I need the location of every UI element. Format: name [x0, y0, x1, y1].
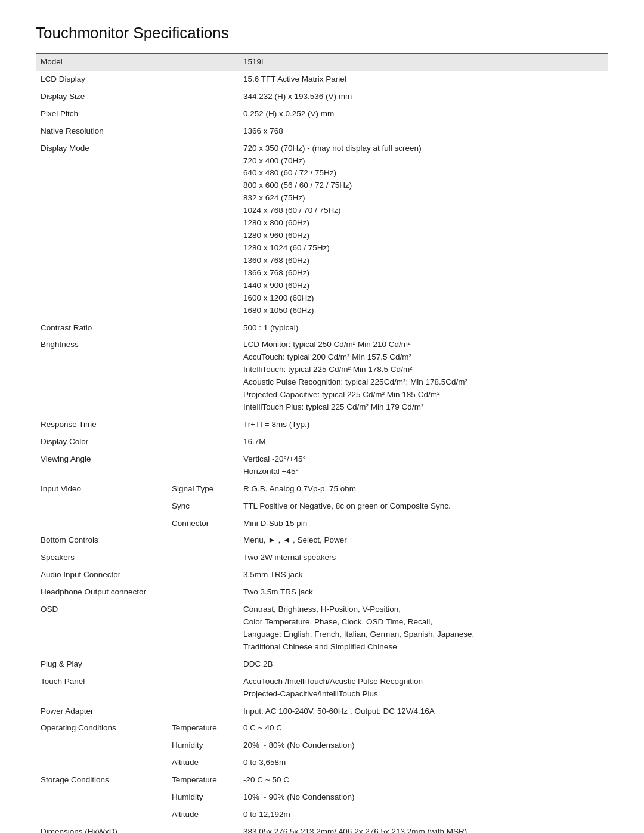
spec-value: 344.232 (H) x 193.536 (V) mm [239, 88, 608, 106]
table-row: Storage ConditionsTemperature-20 C ~ 50 … [36, 772, 608, 789]
spec-sublabel [167, 54, 239, 71]
spec-label: Power Adapter [36, 703, 167, 720]
spec-sublabel [167, 123, 239, 140]
spec-sublabel [167, 656, 239, 673]
spec-sublabel: Connector [167, 515, 239, 532]
spec-sublabel: Humidity [167, 737, 239, 754]
spec-value: Input: AC 100-240V, 50-60Hz , Output: DC… [239, 703, 608, 720]
spec-sublabel [167, 433, 239, 451]
table-row: Humidity20% ~ 80% (No Condensation) [36, 737, 608, 754]
spec-value: 720 x 350 (70Hz) - (may not display at f… [239, 140, 608, 320]
spec-label: Model [36, 54, 167, 71]
spec-label: Brightness [36, 336, 167, 416]
table-row: Response TimeTr+Tf = 8ms (Typ.) [36, 416, 608, 433]
spec-label: Storage Conditions [36, 772, 167, 789]
spec-label: Input Video [36, 481, 167, 498]
spec-value: 0 to 3,658m [239, 754, 608, 772]
table-row: Power AdapterInput: AC 100-240V, 50-60Hz… [36, 703, 608, 720]
table-row: Plug & PlayDDC 2B [36, 656, 608, 673]
table-row: ConnectorMini D-Sub 15 pin [36, 515, 608, 532]
spec-value: 1519L [239, 54, 608, 71]
spec-value: Two 2W internal speakers [239, 549, 608, 566]
spec-label [36, 515, 167, 532]
spec-label: Touch Panel [36, 673, 167, 703]
spec-value: Menu, ► , ◄ , Select, Power [239, 532, 608, 549]
spec-label: Audio Input Connector [36, 566, 167, 584]
spec-sublabel: Signal Type [167, 481, 239, 498]
table-row: Pixel Pitch0.252 (H) x 0.252 (V) mm [36, 106, 608, 123]
spec-sublabel [167, 823, 239, 833]
spec-label [36, 806, 167, 823]
table-row: Model1519L [36, 54, 608, 71]
page-title: Touchmonitor Specifications [36, 24, 608, 42]
spec-label: LCD Display [36, 71, 167, 88]
spec-sublabel: Sync [167, 498, 239, 515]
spec-sublabel [167, 673, 239, 703]
spec-sublabel [167, 451, 239, 481]
spec-sublabel [167, 320, 239, 337]
spec-value: 383.05x 276.5x 213.2mm/ 406.2x 276.5x 21… [239, 823, 608, 833]
spec-sublabel: Temperature [167, 772, 239, 789]
spec-value: -20 C ~ 50 C [239, 772, 608, 789]
table-row: OSDContrast, Brightness, H-Position, V-P… [36, 601, 608, 656]
spec-label [36, 754, 167, 772]
spec-value: Vertical -20°/+45°Horizontal +45° [239, 451, 608, 481]
spec-sublabel: Altitude [167, 754, 239, 772]
spec-value: 0.252 (H) x 0.252 (V) mm [239, 106, 608, 123]
table-row: Altitude0 to 12,192m [36, 806, 608, 823]
spec-value: TTL Positive or Negative, 8c on green or… [239, 498, 608, 515]
table-row: Native Resolution1366 x 768 [36, 123, 608, 140]
spec-label: Contrast Ratio [36, 320, 167, 337]
spec-sublabel: Altitude [167, 806, 239, 823]
spec-sublabel [167, 106, 239, 123]
spec-label: Display Size [36, 88, 167, 106]
spec-value: 1366 x 768 [239, 123, 608, 140]
table-row: SpeakersTwo 2W internal speakers [36, 549, 608, 566]
spec-label: Native Resolution [36, 123, 167, 140]
spec-sublabel [167, 532, 239, 549]
table-row: Viewing AngleVertical -20°/+45°Horizonta… [36, 451, 608, 481]
spec-label: Display Mode [36, 140, 167, 320]
specs-table: Model1519LLCD Display15.6 TFT Active Mat… [36, 54, 608, 833]
spec-value: 10% ~ 90% (No Condensation) [239, 789, 608, 806]
table-row: Display Color16.7M [36, 433, 608, 451]
spec-value: Tr+Tf = 8ms (Typ.) [239, 416, 608, 433]
table-row: Touch PanelAccuTouch /IntelliTouch/Acust… [36, 673, 608, 703]
spec-sublabel [167, 416, 239, 433]
spec-value: Mini D-Sub 15 pin [239, 515, 608, 532]
spec-sublabel [167, 336, 239, 416]
spec-value: 0 to 12,192m [239, 806, 608, 823]
table-row: SyncTTL Positive or Negative, 8c on gree… [36, 498, 608, 515]
spec-label: Pixel Pitch [36, 106, 167, 123]
spec-sublabel: Temperature [167, 720, 239, 737]
spec-label: Display Color [36, 433, 167, 451]
table-row: Display Size344.232 (H) x 193.536 (V) mm [36, 88, 608, 106]
table-row: Contrast Ratio500 : 1 (typical) [36, 320, 608, 337]
spec-label: Response Time [36, 416, 167, 433]
spec-label: Operating Conditions [36, 720, 167, 737]
spec-label: Headphone Output connector [36, 584, 167, 601]
spec-value: DDC 2B [239, 656, 608, 673]
table-row: Bottom ControlsMenu, ► , ◄ , Select, Pow… [36, 532, 608, 549]
spec-label: Plug & Play [36, 656, 167, 673]
spec-sublabel [167, 71, 239, 88]
spec-label: Dimensions (HxWxD) [36, 823, 167, 833]
table-row: LCD Display15.6 TFT Active Matrix Panel [36, 71, 608, 88]
spec-value: AccuTouch /IntelliTouch/Acustic Pulse Re… [239, 673, 608, 703]
spec-label: Bottom Controls [36, 532, 167, 549]
spec-label [36, 789, 167, 806]
spec-value: 500 : 1 (typical) [239, 320, 608, 337]
spec-value: 20% ~ 80% (No Condensation) [239, 737, 608, 754]
spec-value: 15.6 TFT Active Matrix Panel [239, 71, 608, 88]
spec-value: LCD Monitor: typical 250 Cd/m² Min 210 C… [239, 336, 608, 416]
spec-value: 3.5mm TRS jack [239, 566, 608, 584]
spec-sublabel [167, 140, 239, 320]
table-row: Operating ConditionsTemperature0 C ~ 40 … [36, 720, 608, 737]
spec-value: 16.7M [239, 433, 608, 451]
spec-value: Two 3.5m TRS jack [239, 584, 608, 601]
spec-label: OSD [36, 601, 167, 656]
spec-sublabel [167, 88, 239, 106]
spec-sublabel [167, 703, 239, 720]
spec-value: R.G.B. Analog 0.7Vp-p, 75 ohm [239, 481, 608, 498]
spec-sublabel [167, 549, 239, 566]
